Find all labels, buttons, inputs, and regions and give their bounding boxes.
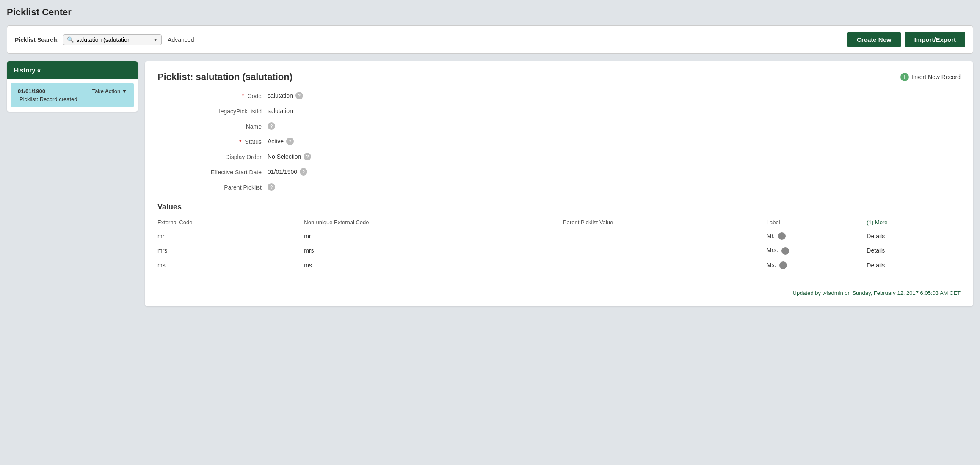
history-panel: History « 01/01/1900 Take Action ▼ Pickl… (7, 61, 138, 112)
history-header: History « (7, 61, 138, 79)
values-section: Values External Code Non-unique External… (157, 203, 961, 272)
history-date: 01/01/1900 (18, 88, 45, 94)
main-content: History « 01/01/1900 Take Action ▼ Pickl… (7, 61, 973, 306)
search-input-wrapper: 🔍 ▼ (63, 34, 162, 45)
table-header-row: External Code Non-unique External Code P… (157, 217, 961, 229)
cell-parent-value (563, 258, 767, 272)
parent-picklist-label: Parent Picklist (157, 183, 268, 191)
table-row: ms ms Ms. Details (157, 258, 961, 272)
values-table: External Code Non-unique External Code P… (157, 217, 961, 272)
parent-picklist-value: ? (268, 183, 961, 191)
insert-new-record-button[interactable]: + Insert New Record (900, 73, 961, 81)
col-parent-value: Parent Picklist Value (563, 217, 767, 229)
code-help-icon[interactable]: ? (295, 92, 303, 99)
table-row: mrs mrs Mrs. Details (157, 243, 961, 258)
cell-label: Ms. (767, 258, 867, 272)
name-label: Name (157, 122, 268, 130)
fields-grid: * Code salutation ? legacyPickListId sal… (157, 92, 961, 191)
status-value: Active ? (268, 138, 961, 145)
col-label: Label (767, 217, 867, 229)
col-external-code: External Code (157, 217, 304, 229)
display-order-value: No Selection ? (268, 153, 961, 160)
insert-icon: + (900, 73, 909, 81)
cell-external-code: mr (157, 229, 304, 243)
search-bar-actions: Create New Import/Export (847, 32, 965, 47)
page-title: Picklist Center (7, 7, 973, 18)
parent-picklist-help-icon[interactable]: ? (268, 183, 275, 191)
detail-title: Picklist: salutation (salutation) (157, 72, 293, 83)
search-bar: Picklist Search: 🔍 ▼ Advanced Create New… (7, 25, 973, 54)
name-help-icon[interactable]: ? (268, 122, 275, 130)
effective-start-date-value: 01/01/1900 ? (268, 168, 961, 176)
cell-external-code: ms (157, 258, 304, 272)
cell-non-unique: ms (304, 258, 563, 272)
name-value: ? (268, 122, 961, 130)
cell-details[interactable]: Details (867, 258, 961, 272)
history-entry: 01/01/1900 Take Action ▼ Picklist: Recor… (11, 83, 134, 107)
table-row: mr mr Mr. Details (157, 229, 961, 243)
cell-details[interactable]: Details (867, 229, 961, 243)
cell-non-unique: mrs (304, 243, 563, 258)
history-description: Picklist: Record created (19, 96, 127, 102)
display-order-help-icon[interactable]: ? (304, 153, 311, 160)
more-link[interactable]: (1) More (867, 217, 961, 229)
detail-header: Picklist: salutation (salutation) + Inse… (157, 72, 961, 83)
globe-icon (778, 232, 786, 240)
cell-label: Mrs. (767, 243, 867, 258)
cell-parent-value (563, 243, 767, 258)
create-new-button[interactable]: Create New (847, 32, 901, 47)
code-label: * Code (157, 92, 268, 99)
legacy-value: salutation (268, 107, 961, 115)
search-icon: 🔍 (67, 36, 74, 43)
cell-details[interactable]: Details (867, 243, 961, 258)
status-help-icon[interactable]: ? (286, 138, 294, 145)
advanced-link[interactable]: Advanced (168, 36, 194, 43)
search-input[interactable] (76, 36, 150, 43)
import-export-button[interactable]: Import/Export (905, 32, 965, 47)
cell-parent-value (563, 229, 767, 243)
detail-panel: Picklist: salutation (salutation) + Inse… (145, 61, 973, 306)
values-title: Values (157, 203, 961, 212)
search-label: Picklist Search: (15, 36, 59, 43)
status-label: * Status (157, 138, 268, 145)
globe-icon (781, 247, 789, 255)
take-action-arrow: ▼ (121, 88, 127, 94)
effective-start-date-label: Effective Start Date (157, 168, 268, 176)
search-dropdown-arrow[interactable]: ▼ (153, 37, 158, 43)
cell-label: Mr. (767, 229, 867, 243)
legacy-label: legacyPickListId (157, 107, 268, 115)
col-non-unique: Non-unique External Code (304, 217, 563, 229)
cell-non-unique: mr (304, 229, 563, 243)
effective-start-date-help-icon[interactable]: ? (300, 168, 307, 176)
code-value: salutation ? (268, 92, 961, 99)
globe-icon (779, 261, 787, 269)
take-action-button[interactable]: Take Action ▼ (92, 88, 127, 94)
cell-external-code: mrs (157, 243, 304, 258)
display-order-label: Display Order (157, 153, 268, 160)
footer-text: Updated by v4admin on Sunday, February 1… (157, 283, 961, 296)
